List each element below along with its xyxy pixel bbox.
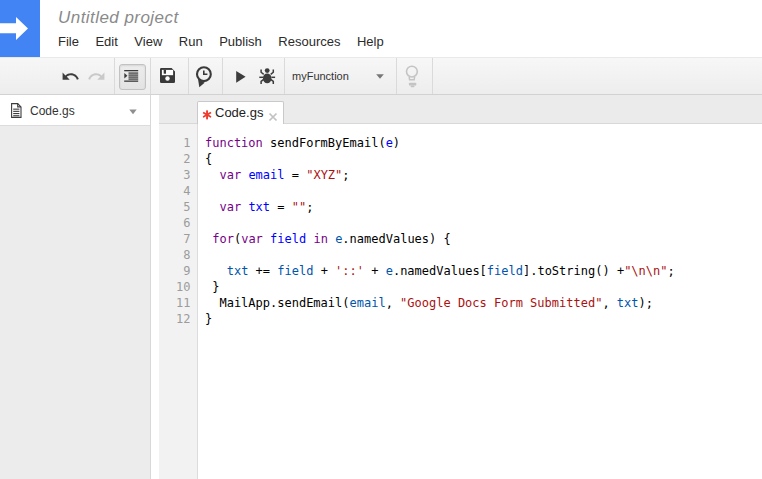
line-number: 7 (159, 231, 197, 247)
menubar: FileEditViewRunPublishResourcesHelp (58, 35, 384, 49)
indent-icon (124, 70, 140, 83)
menu-item-resources[interactable]: Resources (278, 35, 340, 49)
save-button[interactable] (160, 68, 175, 83)
line-number: 9 (159, 263, 197, 279)
history-clock-icon (197, 67, 211, 87)
file-name-label: Code.gs (30, 95, 75, 125)
menu-item-edit[interactable]: Edit (95, 35, 117, 49)
code-line: } (205, 279, 762, 295)
function-selector-dropdown[interactable]: myFunction (284, 58, 396, 94)
toolbar-separator (396, 58, 397, 94)
line-number: 11 (159, 295, 197, 311)
menu-item-run[interactable]: Run (179, 35, 203, 49)
lightbulb-icon (407, 66, 418, 87)
redo-button[interactable] (87, 67, 106, 86)
play-icon (236, 71, 245, 83)
line-number: 6 (159, 215, 197, 231)
toolbar-separator (222, 58, 223, 94)
code-line: function sendFormByEmail(e) (205, 135, 762, 151)
indentation-toggle-button[interactable] (119, 64, 146, 90)
toolbar-separator (114, 58, 115, 94)
debug-button[interactable] (259, 68, 276, 85)
apps-script-logo[interactable] (0, 0, 40, 58)
project-title[interactable]: Untitled project (58, 9, 179, 26)
apps-script-editor-window: Untitled project FileEditViewRunPublishR… (0, 0, 762, 479)
panel-splitter[interactable] (151, 95, 159, 479)
code-line: var email = "XYZ"; (205, 167, 762, 183)
run-button[interactable] (236, 71, 246, 83)
unsaved-changes-icon (202, 110, 212, 120)
code-line: } (205, 311, 762, 327)
code-line (205, 183, 762, 199)
dropdown-arrow-icon (376, 74, 384, 79)
code-line: { (205, 151, 762, 167)
file-list-panel: Code.gs (0, 95, 151, 479)
menu-item-help[interactable]: Help (357, 35, 384, 49)
file-menu-caret-icon[interactable] (129, 109, 137, 115)
project-history-button[interactable] (195, 66, 213, 88)
code-line: txt += field + '::' + e.namedValues[fiel… (205, 263, 762, 279)
file-icon (11, 103, 22, 118)
line-number: 10 (159, 279, 197, 295)
undo-icon (63, 73, 79, 80)
redo-icon (88, 73, 104, 80)
bug-icon (259, 68, 275, 84)
tab-strip: Code.gs (159, 95, 762, 124)
code-editor: 123456789101112 function sendFormByEmail… (159, 124, 762, 479)
line-number: 2 (159, 151, 197, 167)
line-number: 1 (159, 135, 197, 151)
line-number-gutter: 123456789101112 (159, 124, 198, 479)
menu-item-view[interactable]: View (134, 35, 162, 49)
code-content[interactable]: function sendFormByEmail(e){ var email =… (198, 124, 762, 479)
line-number: 8 (159, 247, 197, 263)
line-number: 5 (159, 199, 197, 215)
toolbar-separator (188, 58, 189, 94)
menu-item-file[interactable]: File (58, 35, 79, 49)
arrow-logo-icon (0, 0, 40, 58)
editor-pane: Code.gs 123456789101112 function sendFor… (159, 95, 762, 479)
code-line: var txt = ""; (205, 199, 762, 215)
menu-item-publish[interactable]: Publish (219, 35, 262, 49)
function-selector-value: myFunction (292, 58, 349, 94)
tab-code-gs[interactable]: Code.gs (197, 101, 284, 125)
tab-label: Code.gs (215, 102, 263, 125)
toolbar-separator (432, 58, 433, 94)
code-line (205, 247, 762, 263)
tab-close-icon[interactable] (268, 112, 278, 122)
file-list-item-code-gs[interactable]: Code.gs (0, 95, 150, 126)
line-number: 4 (159, 183, 197, 199)
save-icon (160, 68, 175, 83)
line-number: 3 (159, 167, 197, 183)
toolbar-separator (150, 58, 151, 94)
hints-button[interactable] (404, 65, 420, 88)
undo-button[interactable] (61, 67, 80, 86)
line-number: 12 (159, 311, 197, 327)
toolbar: myFunction (0, 57, 762, 95)
code-line: for(var field in e.namedValues) { (205, 231, 762, 247)
code-line (205, 215, 762, 231)
code-line: MailApp.sendEmail(email, "Google Docs Fo… (205, 295, 762, 311)
